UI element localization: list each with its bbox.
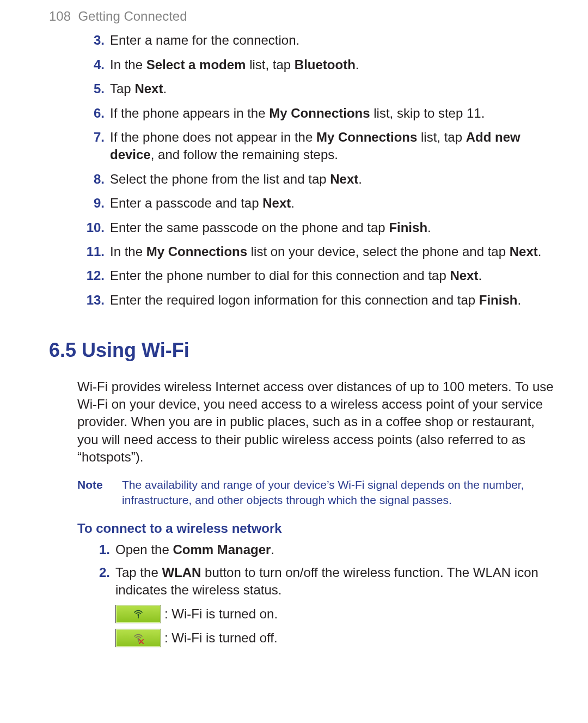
bold-term: Next <box>330 172 358 186</box>
step-number: 1. <box>90 541 115 558</box>
step-body: In the Select a modem list, tap Bluetoot… <box>110 56 555 74</box>
step-number: 13. <box>79 291 110 309</box>
list-item: 12.Enter the phone number to dial for th… <box>49 267 555 284</box>
step-body: Tap Next. <box>110 80 555 98</box>
step-number: 8. <box>79 171 110 188</box>
step-body: Enter the required logon information for… <box>110 291 555 309</box>
wifi-on-text: : Wi-Fi is turned on. <box>164 605 278 623</box>
list-item: 13.Enter the required logon information … <box>49 291 555 309</box>
list-item: 6.If the phone appears in the My Connect… <box>49 105 555 122</box>
list-item: 3.Enter a name for the connection. <box>49 32 555 49</box>
subsection-heading: To connect to a wireless network <box>77 520 555 537</box>
bold-term: My Connections <box>316 130 417 144</box>
step-body: If the phone does not appear in the My C… <box>110 129 555 164</box>
list-item: 8.Select the phone from the list and tap… <box>49 171 555 188</box>
bold-term: My Connections <box>146 244 247 259</box>
numbered-steps: 3.Enter a name for the connection.4.In t… <box>49 32 555 309</box>
running-header: 108 Getting Connected <box>49 8 555 25</box>
step-number: 4. <box>79 56 110 74</box>
step-number: 7. <box>79 129 110 146</box>
note-label: Note <box>77 477 122 508</box>
step-number: 3. <box>79 32 110 49</box>
step-number: 11. <box>79 243 110 260</box>
section-heading: 6.5 Using Wi-Fi <box>49 337 555 364</box>
step-body: Enter a name for the connection. <box>110 32 555 49</box>
wifi-off-text: : Wi-Fi is turned off. <box>164 629 278 647</box>
list-item: 11.In the My Connections list on your de… <box>49 243 555 260</box>
bold-term: Finish <box>479 293 518 307</box>
list-item: 7.If the phone does not appear in the My… <box>49 129 555 164</box>
step-body: Open the Comm Manager. <box>115 541 555 558</box>
bold-term: Add new device <box>110 130 520 162</box>
bold-term: WLAN <box>162 565 201 580</box>
list-item: 5.Tap Next. <box>49 80 555 98</box>
step-body: Enter the same passcode on the phone and… <box>110 219 555 236</box>
chapter-title: Getting Connected <box>78 9 187 23</box>
manual-page: 108 Getting Connected 3.Enter a name for… <box>0 0 588 723</box>
list-item: 2.Tap the WLAN button to turn on/off the… <box>49 564 555 599</box>
step-number: 2. <box>90 564 115 581</box>
numbered-substeps: 1.Open the Comm Manager.2.Tap the WLAN b… <box>49 541 555 599</box>
bold-term: Next <box>510 244 538 259</box>
page-number: 108 <box>49 9 71 23</box>
step-number: 5. <box>79 80 110 98</box>
wifi-off-line: : Wi-Fi is turned off. <box>115 629 555 647</box>
bold-term: Bluetooth <box>295 57 356 72</box>
step-body: Enter the phone number to dial for this … <box>110 267 555 284</box>
step-number: 10. <box>79 219 110 236</box>
step-body: Enter a passcode and tap Next. <box>110 195 555 212</box>
list-item: 10.Enter the same passcode on the phone … <box>49 219 555 236</box>
step-body: If the phone appears in the My Connectio… <box>110 105 555 122</box>
list-item: 1.Open the Comm Manager. <box>49 541 555 558</box>
note-block: Note The availability and range of your … <box>77 477 555 508</box>
wlan-off-icon <box>115 629 161 647</box>
bold-term: Finish <box>389 220 427 235</box>
step-number: 9. <box>79 195 110 212</box>
svg-rect-1 <box>138 615 139 618</box>
bold-term: Select a modem <box>146 57 246 72</box>
bold-term: Next <box>262 196 291 210</box>
bold-term: My Connections <box>269 106 370 120</box>
step-number: 12. <box>79 267 110 284</box>
wifi-on-line: : Wi-Fi is turned on. <box>115 605 555 623</box>
intro-paragraph: Wi-Fi provides wireless Internet access … <box>77 378 555 466</box>
bold-term: Next <box>134 81 163 96</box>
bold-term: Next <box>450 268 478 283</box>
svg-rect-3 <box>138 639 139 642</box>
step-body: Select the phone from the list and tap N… <box>110 171 555 188</box>
step-body: In the My Connections list on your devic… <box>110 243 555 260</box>
list-item: 9.Enter a passcode and tap Next. <box>49 195 555 212</box>
note-body: The availability and range of your devic… <box>122 477 555 508</box>
icon-legend: : Wi-Fi is turned on. : Wi-Fi is t <box>115 605 555 647</box>
step-body: Tap the WLAN button to turn on/off the w… <box>115 564 555 599</box>
step-number: 6. <box>79 105 110 122</box>
list-item: 4.In the Select a modem list, tap Blueto… <box>49 56 555 74</box>
wlan-on-icon <box>115 605 161 623</box>
bold-term: Comm Manager <box>173 542 271 557</box>
